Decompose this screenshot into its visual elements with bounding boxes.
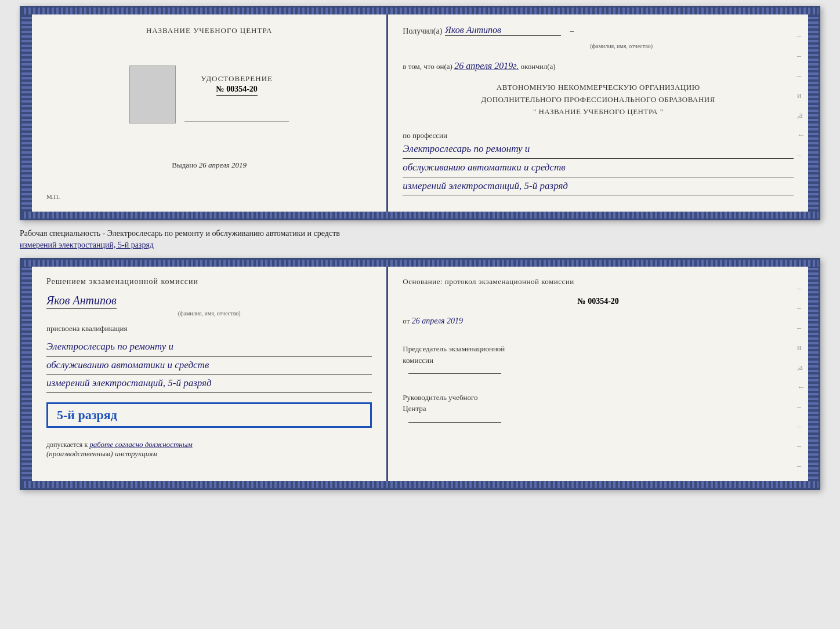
top-cert-left-page: НАЗВАНИЕ УЧЕБНОГО ЦЕНТРА УДОСТОВЕРЕНИЕ №…: [32, 14, 388, 212]
qual-lines: Электрослесарь по ремонту и обслуживанию…: [46, 338, 372, 393]
fio-label-top: (фамилия, имя, отчество): [449, 43, 794, 49]
qual-line1: Электрослесарь по ремонту и: [46, 338, 372, 357]
cert-number: № 00354-20: [216, 85, 258, 96]
top-decorative-strip-bottom: [21, 260, 819, 267]
chairman-section: Председатель экзаменационной комиссии: [403, 343, 794, 377]
top-cert-right-page: – – – и ,а ← – Получил(а) Яков Антипов –…: [388, 14, 808, 212]
fio-label-bottom: (фамилия, имя, отчество): [46, 310, 372, 317]
bottom-decorative-strip-top: [21, 212, 819, 219]
org-block: АВТОНОМНУЮ НЕКОММЕРЧЕСКУЮ ОРГАНИЗАЦИЮ ДО…: [403, 82, 794, 118]
bottom-person-name: Яков Антипов: [46, 294, 117, 309]
right-decorative-strip: [808, 14, 819, 212]
commission-title: Решением экзаменационной комиссии: [46, 277, 372, 286]
chairman-sig-line: [408, 373, 501, 374]
right-dashes-bottom: – – – и ,а ← – – – –: [797, 284, 805, 471]
protocol-date: от 26 апреля 2019: [403, 317, 794, 326]
rank-badge: 5-й разряд: [46, 402, 372, 428]
bottom-cert-left-page: Решением экзаменационной комиссии Яков А…: [32, 267, 388, 481]
left-decorative-strip-bottom: [21, 267, 32, 481]
date-line: в том, что он(а) 26 апреля 2019г. окончи…: [403, 61, 794, 71]
profession-line1: Электрослесарь по ремонту и: [403, 140, 794, 159]
head-sig-line: [408, 422, 501, 423]
qual-line2: обслуживанию автоматики и средств: [46, 357, 372, 375]
profession-line2: обслуживанию автоматики и средств: [403, 159, 794, 177]
specialty-text: Рабочая специальность - Электрослесарь п…: [20, 225, 820, 253]
bottom-decorative-strip-bottom: [21, 481, 819, 488]
recipient-line: Получил(а) Яков Антипов –: [403, 25, 794, 36]
protocol-number: № 00354-20: [403, 297, 794, 306]
profession-block: по профессии Электрослесарь по ремонту и…: [403, 131, 794, 195]
photo-placeholder: [129, 66, 176, 123]
stamp-label: М.П.: [46, 193, 60, 200]
right-dashes: – – – и ,а ← –: [797, 32, 805, 159]
recipient-name: Яков Антипов: [445, 25, 561, 36]
allowed-text: допускается к работе согласно должностны…: [46, 440, 372, 459]
right-decorative-strip-bottom: [808, 267, 819, 481]
basis-section: Основание: протокол экзаменационной коми…: [403, 277, 794, 286]
issued-date: Выдано 26 апреля 2019: [172, 161, 247, 170]
left-decorative-strip: [21, 14, 32, 212]
bottom-cert-right-page: – – – и ,а ← – – – – Основание: протокол…: [388, 267, 808, 481]
head-section: Руководитель учебного Центра: [403, 392, 794, 426]
school-name-left: НАЗВАНИЕ УЧЕБНОГО ЦЕНТРА: [146, 26, 272, 35]
profession-line3: измерений электростанций, 5-й разряд: [403, 177, 794, 196]
qualification-heading: присвоена квалификация: [46, 324, 372, 333]
cert-label: УДОСТОВЕРЕНИЕ: [184, 74, 289, 83]
qual-line3: измерений электростанций, 5-й разряд: [46, 375, 372, 393]
top-decorative-strip: [21, 8, 819, 14]
cert-number-section: УДОСТОВЕРЕНИЕ № 00354-20: [184, 74, 289, 96]
